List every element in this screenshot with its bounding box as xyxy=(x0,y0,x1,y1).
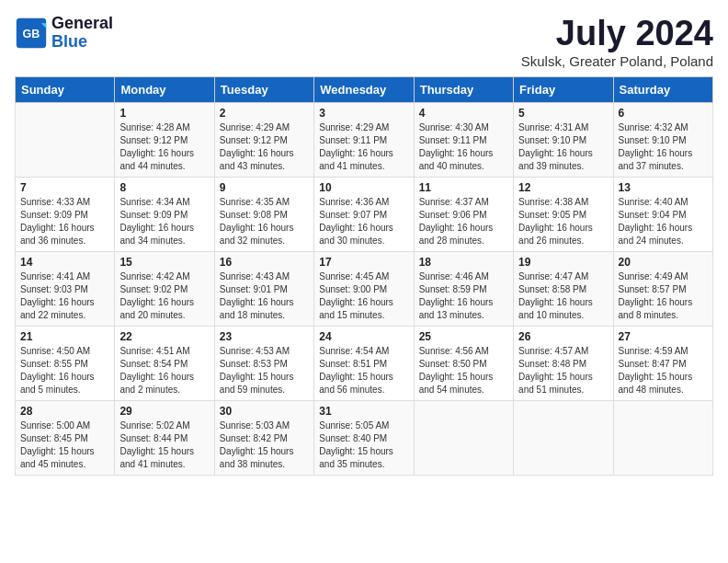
day-detail: Sunrise: 4:59 AM Sunset: 8:47 PM Dayligh… xyxy=(619,345,708,396)
day-number: 14 xyxy=(20,256,109,269)
day-detail: Sunrise: 4:29 AM Sunset: 9:11 PM Dayligh… xyxy=(319,121,408,173)
calendar-week-5: 28Sunrise: 5:00 AM Sunset: 8:45 PM Dayli… xyxy=(16,400,713,475)
calendar-cell: 19Sunrise: 4:47 AM Sunset: 8:58 PM Dayli… xyxy=(514,251,613,326)
day-number: 3 xyxy=(319,107,408,120)
day-detail: Sunrise: 5:05 AM Sunset: 8:40 PM Dayligh… xyxy=(319,419,408,471)
title-block: July 2024 Skulsk, Greater Poland, Poland xyxy=(521,15,713,69)
logo-icon: GB xyxy=(15,17,48,50)
day-detail: Sunrise: 5:03 AM Sunset: 8:42 PM Dayligh… xyxy=(220,419,309,471)
calendar-cell xyxy=(613,400,712,475)
day-number: 5 xyxy=(518,107,608,120)
calendar-cell: 3Sunrise: 4:29 AM Sunset: 9:11 PM Daylig… xyxy=(314,102,414,177)
day-number: 2 xyxy=(220,107,309,120)
calendar-cell: 21Sunrise: 4:50 AM Sunset: 8:55 PM Dayli… xyxy=(16,326,115,400)
logo: GB General Blue xyxy=(15,15,113,52)
day-number: 16 xyxy=(220,256,309,269)
day-number: 31 xyxy=(319,405,408,418)
calendar-cell: 11Sunrise: 4:37 AM Sunset: 9:06 PM Dayli… xyxy=(414,177,513,251)
day-number: 21 xyxy=(20,330,109,343)
svg-text:GB: GB xyxy=(23,28,40,40)
calendar-cell: 8Sunrise: 4:34 AM Sunset: 9:09 PM Daylig… xyxy=(115,177,214,251)
day-number: 29 xyxy=(119,405,209,418)
calendar-cell xyxy=(16,102,115,177)
calendar-cell: 25Sunrise: 4:56 AM Sunset: 8:50 PM Dayli… xyxy=(414,326,513,400)
calendar-header-tuesday: Tuesday xyxy=(214,76,313,102)
day-detail: Sunrise: 4:56 AM Sunset: 8:50 PM Dayligh… xyxy=(419,345,508,396)
calendar-cell: 22Sunrise: 4:51 AM Sunset: 8:54 PM Dayli… xyxy=(115,326,214,400)
calendar-cell: 7Sunrise: 4:33 AM Sunset: 9:09 PM Daylig… xyxy=(16,177,115,251)
calendar-cell: 13Sunrise: 4:40 AM Sunset: 9:04 PM Dayli… xyxy=(613,177,712,251)
calendar-cell: 23Sunrise: 4:53 AM Sunset: 8:53 PM Dayli… xyxy=(214,326,313,400)
day-number: 27 xyxy=(619,330,708,343)
calendar-week-3: 14Sunrise: 4:41 AM Sunset: 9:03 PM Dayli… xyxy=(16,251,713,326)
month-title: July 2024 xyxy=(521,15,713,53)
calendar-header-row: SundayMondayTuesdayWednesdayThursdayFrid… xyxy=(16,76,713,102)
day-number: 25 xyxy=(419,330,508,343)
day-number: 4 xyxy=(419,107,508,120)
day-detail: Sunrise: 5:00 AM Sunset: 8:45 PM Dayligh… xyxy=(20,419,109,471)
day-detail: Sunrise: 4:51 AM Sunset: 8:54 PM Dayligh… xyxy=(119,345,209,396)
calendar-cell: 15Sunrise: 4:42 AM Sunset: 9:02 PM Dayli… xyxy=(115,251,214,326)
day-detail: Sunrise: 4:46 AM Sunset: 8:59 PM Dayligh… xyxy=(419,270,508,322)
day-detail: Sunrise: 4:32 AM Sunset: 9:10 PM Dayligh… xyxy=(619,121,708,173)
calendar-cell: 20Sunrise: 4:49 AM Sunset: 8:57 PM Dayli… xyxy=(613,251,712,326)
day-number: 30 xyxy=(220,405,309,418)
calendar-cell xyxy=(514,400,613,475)
day-detail: Sunrise: 4:45 AM Sunset: 9:00 PM Dayligh… xyxy=(319,270,408,322)
calendar-cell: 26Sunrise: 4:57 AM Sunset: 8:48 PM Dayli… xyxy=(514,326,613,400)
day-detail: Sunrise: 4:37 AM Sunset: 9:06 PM Dayligh… xyxy=(419,196,508,247)
calendar-header-thursday: Thursday xyxy=(414,76,513,102)
calendar-cell: 10Sunrise: 4:36 AM Sunset: 9:07 PM Dayli… xyxy=(314,177,414,251)
page-header: GB General Blue July 2024 Skulsk, Greate… xyxy=(15,15,713,69)
calendar-cell xyxy=(414,400,513,475)
day-number: 11 xyxy=(419,181,508,194)
day-number: 17 xyxy=(319,256,408,269)
day-number: 12 xyxy=(518,181,608,194)
calendar-cell: 27Sunrise: 4:59 AM Sunset: 8:47 PM Dayli… xyxy=(613,326,712,400)
day-number: 28 xyxy=(20,405,109,418)
calendar-week-4: 21Sunrise: 4:50 AM Sunset: 8:55 PM Dayli… xyxy=(16,326,713,400)
day-number: 26 xyxy=(518,330,608,343)
day-detail: Sunrise: 4:57 AM Sunset: 8:48 PM Dayligh… xyxy=(518,345,608,396)
calendar-table: SundayMondayTuesdayWednesdayThursdayFrid… xyxy=(15,76,713,476)
day-detail: Sunrise: 4:33 AM Sunset: 9:09 PM Dayligh… xyxy=(20,196,109,247)
day-number: 22 xyxy=(119,330,209,343)
day-detail: Sunrise: 4:50 AM Sunset: 8:55 PM Dayligh… xyxy=(20,345,109,396)
calendar-cell: 29Sunrise: 5:02 AM Sunset: 8:44 PM Dayli… xyxy=(115,400,214,475)
day-number: 13 xyxy=(619,181,708,194)
day-detail: Sunrise: 5:02 AM Sunset: 8:44 PM Dayligh… xyxy=(119,419,209,471)
day-detail: Sunrise: 4:36 AM Sunset: 9:07 PM Dayligh… xyxy=(319,196,408,247)
day-detail: Sunrise: 4:30 AM Sunset: 9:11 PM Dayligh… xyxy=(419,121,508,173)
calendar-header-friday: Friday xyxy=(514,76,613,102)
calendar-week-2: 7Sunrise: 4:33 AM Sunset: 9:09 PM Daylig… xyxy=(16,177,713,251)
calendar-week-1: 1Sunrise: 4:28 AM Sunset: 9:12 PM Daylig… xyxy=(16,102,713,177)
day-detail: Sunrise: 4:28 AM Sunset: 9:12 PM Dayligh… xyxy=(119,121,209,173)
day-number: 10 xyxy=(319,181,408,194)
calendar-cell: 28Sunrise: 5:00 AM Sunset: 8:45 PM Dayli… xyxy=(16,400,115,475)
day-detail: Sunrise: 4:54 AM Sunset: 8:51 PM Dayligh… xyxy=(319,345,408,396)
calendar-cell: 24Sunrise: 4:54 AM Sunset: 8:51 PM Dayli… xyxy=(314,326,414,400)
calendar-cell: 31Sunrise: 5:05 AM Sunset: 8:40 PM Dayli… xyxy=(314,400,414,475)
day-detail: Sunrise: 4:31 AM Sunset: 9:10 PM Dayligh… xyxy=(518,121,608,173)
calendar-cell: 2Sunrise: 4:29 AM Sunset: 9:12 PM Daylig… xyxy=(214,102,313,177)
calendar-header-monday: Monday xyxy=(115,76,214,102)
logo-name: General Blue xyxy=(51,15,113,52)
calendar-cell: 4Sunrise: 4:30 AM Sunset: 9:11 PM Daylig… xyxy=(414,102,513,177)
day-number: 1 xyxy=(119,107,209,120)
day-number: 18 xyxy=(419,256,508,269)
location: Skulsk, Greater Poland, Poland xyxy=(521,53,713,69)
calendar-header-sunday: Sunday xyxy=(16,76,115,102)
day-number: 23 xyxy=(220,330,309,343)
day-number: 9 xyxy=(220,181,309,194)
calendar-cell: 9Sunrise: 4:35 AM Sunset: 9:08 PM Daylig… xyxy=(214,177,313,251)
day-detail: Sunrise: 4:43 AM Sunset: 9:01 PM Dayligh… xyxy=(220,270,309,322)
day-number: 7 xyxy=(20,181,109,194)
day-detail: Sunrise: 4:38 AM Sunset: 9:05 PM Dayligh… xyxy=(518,196,608,247)
day-detail: Sunrise: 4:41 AM Sunset: 9:03 PM Dayligh… xyxy=(20,270,109,322)
day-number: 6 xyxy=(619,107,708,120)
calendar-header-wednesday: Wednesday xyxy=(314,76,414,102)
day-detail: Sunrise: 4:53 AM Sunset: 8:53 PM Dayligh… xyxy=(220,345,309,396)
calendar-cell: 5Sunrise: 4:31 AM Sunset: 9:10 PM Daylig… xyxy=(514,102,613,177)
calendar-cell: 30Sunrise: 5:03 AM Sunset: 8:42 PM Dayli… xyxy=(214,400,313,475)
calendar-cell: 12Sunrise: 4:38 AM Sunset: 9:05 PM Dayli… xyxy=(514,177,613,251)
